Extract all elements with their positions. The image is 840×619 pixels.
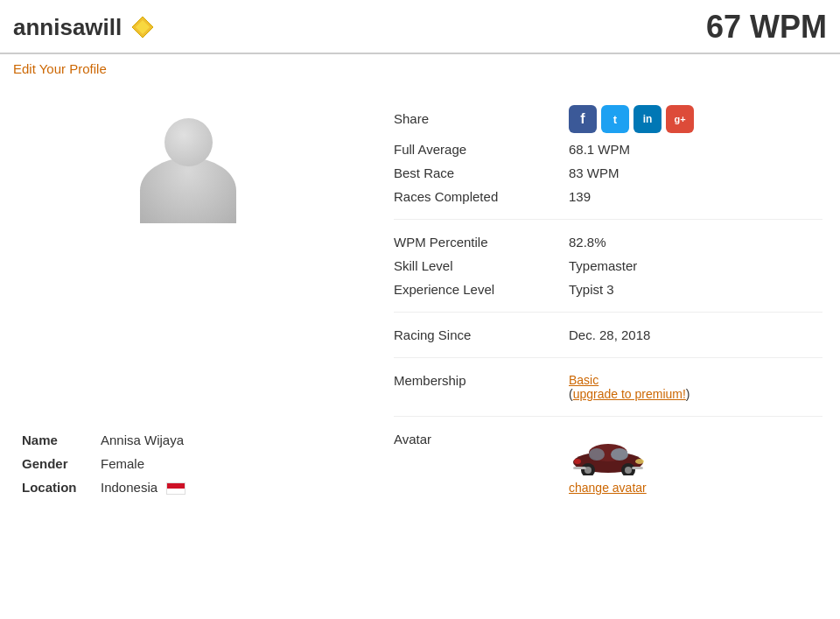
best-race-value: 83 WPM — [569, 165, 620, 180]
gender-row: Gender Female — [22, 452, 354, 475]
change-avatar-link[interactable]: change avatar — [569, 481, 647, 495]
gender-value: Female — [101, 456, 144, 471]
googleplus-button[interactable]: g+ — [666, 105, 694, 133]
car-container: change avatar — [569, 432, 648, 495]
svg-point-10 — [635, 459, 644, 464]
wpm-display: 67 WPM — [706, 9, 827, 46]
username: annisawill — [13, 14, 122, 41]
divider-2 — [394, 312, 822, 313]
membership-upgrade-text: (upgrade to premium!) — [569, 387, 690, 401]
divider-4 — [394, 416, 822, 417]
linkedin-button[interactable]: in — [634, 105, 662, 133]
svg-rect-12 — [573, 467, 586, 469]
races-completed-row: Races Completed 139 — [394, 185, 822, 208]
svg-point-9 — [625, 467, 632, 474]
diamond-icon — [130, 15, 155, 39]
experience-level-value: Typist 3 — [569, 282, 614, 297]
experience-level-label: Experience Level — [394, 282, 569, 297]
avatar-label: Avatar — [394, 432, 569, 447]
location-label: Location — [22, 480, 101, 495]
twitter-icon: t — [613, 113, 617, 126]
header-left: annisawill — [13, 14, 155, 41]
main-content: Name Annisa Wijaya Gender Female Locatio… — [0, 83, 840, 517]
membership-label: Membership — [394, 373, 569, 388]
share-row: Share f t in g+ — [394, 101, 822, 137]
races-completed-value: 139 — [569, 189, 591, 204]
gender-label: Gender — [22, 456, 101, 471]
googleplus-icon: g+ — [674, 114, 685, 124]
facebook-button[interactable]: f — [569, 105, 597, 133]
full-average-label: Full Average — [394, 142, 569, 157]
full-average-value: 68.1 WPM — [569, 142, 630, 157]
share-label: Share — [394, 111, 569, 126]
location-value: Indonesia — [101, 480, 186, 495]
racing-since-value: Dec. 28, 2018 — [569, 327, 650, 342]
racing-since-label: Racing Since — [394, 327, 569, 342]
user-info-table: Name Annisa Wijaya Gender Female Locatio… — [13, 428, 363, 499]
name-label: Name — [22, 433, 101, 447]
indonesia-flag-icon — [166, 482, 186, 495]
divider-3 — [394, 357, 822, 358]
experience-level-row: Experience Level Typist 3 — [394, 278, 822, 301]
avatar-row: Avatar — [394, 427, 822, 499]
skill-level-row: Skill Level Typemaster — [394, 254, 822, 278]
wpm-percentile-value: 82.8% — [569, 235, 606, 250]
edit-profile-section: Edit Your Profile — [0, 54, 840, 83]
upgrade-to-premium-link[interactable]: upgrade to premium! — [573, 387, 686, 401]
wpm-percentile-row: WPM Percentile 82.8% — [394, 230, 822, 254]
full-average-row: Full Average 68.1 WPM — [394, 137, 822, 161]
svg-rect-13 — [632, 467, 643, 469]
avatar-container — [136, 118, 241, 232]
divider-1 — [394, 219, 822, 220]
twitter-button[interactable]: t — [601, 105, 629, 133]
svg-point-11 — [574, 459, 581, 464]
svg-point-4 — [611, 448, 628, 461]
avatar-head — [164, 118, 213, 166]
car-avatar-image — [569, 432, 648, 475]
generic-avatar — [136, 118, 241, 232]
left-panel: Name Annisa Wijaya Gender Female Locatio… — [0, 92, 376, 508]
linkedin-icon: in — [643, 113, 653, 125]
skill-level-value: Typemaster — [569, 258, 637, 273]
races-completed-label: Races Completed — [394, 189, 569, 204]
name-row: Name Annisa Wijaya — [22, 428, 354, 452]
name-value: Annisa Wijaya — [101, 433, 184, 447]
social-icons: f t in g+ — [569, 105, 694, 133]
skill-level-label: Skill Level — [394, 258, 569, 273]
edit-profile-link[interactable]: Edit Your Profile — [0, 54, 120, 83]
membership-value: Basic (upgrade to premium!) — [569, 373, 690, 401]
racing-since-row: Racing Since Dec. 28, 2018 — [394, 323, 822, 347]
facebook-icon: f — [580, 111, 584, 127]
svg-point-5 — [589, 448, 605, 461]
wpm-percentile-label: WPM Percentile — [394, 235, 569, 250]
best-race-label: Best Race — [394, 165, 569, 180]
header: annisawill 67 WPM — [0, 0, 840, 54]
right-panel: Share f t in g+ Full Average 68.1 WPM — [376, 92, 840, 508]
best-race-row: Best Race 83 WPM — [394, 161, 822, 185]
location-row: Location Indonesia — [22, 475, 354, 499]
avatar-body — [140, 158, 236, 223]
membership-basic-link[interactable]: Basic — [569, 373, 690, 387]
membership-row: Membership Basic (upgrade to premium!) — [394, 369, 822, 405]
